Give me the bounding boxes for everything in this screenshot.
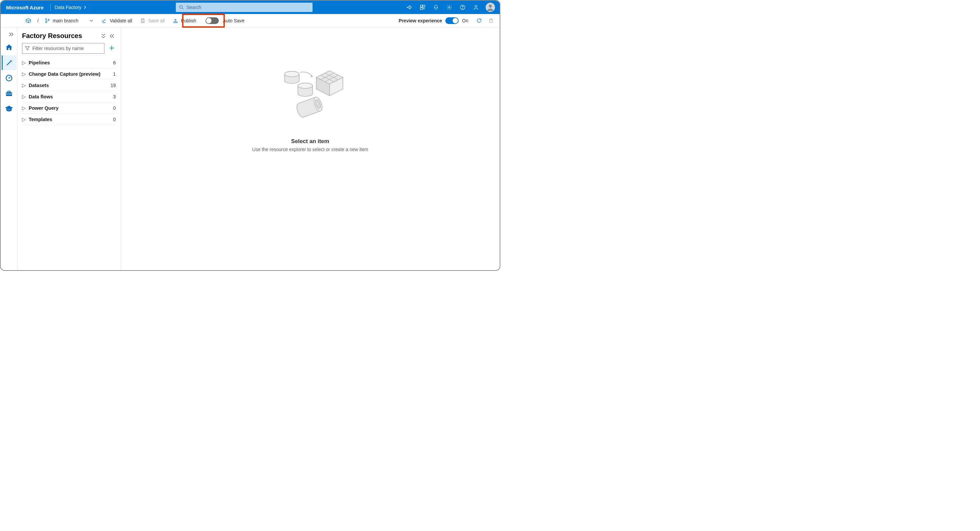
svg-rect-3: [423, 5, 425, 7]
checkmark-all-icon: [101, 18, 107, 23]
double-chevron-down-icon: [102, 34, 105, 38]
filter-resources-input[interactable]: [32, 46, 102, 51]
svg-point-9: [488, 5, 492, 8]
help-icon[interactable]: [456, 1, 469, 14]
home-icon: [5, 43, 13, 51]
tree-node-count: 1: [113, 72, 116, 77]
tree-node-count: 0: [113, 117, 116, 122]
feedback-icon[interactable]: [470, 1, 482, 14]
tree-node-dataflows[interactable]: ▷ Data flows 3: [22, 91, 116, 102]
autosave-control[interactable]: Auto Save: [201, 16, 248, 25]
refresh-icon: [476, 17, 482, 23]
validate-all-button[interactable]: Validate all: [98, 17, 135, 25]
empty-state: Select an item Use the resource explorer…: [252, 67, 368, 152]
publish-label: Publish: [181, 18, 196, 23]
preview-toggle-state: On: [462, 18, 468, 23]
save-all-icon: [140, 18, 145, 23]
chevron-right-icon: ▷: [22, 94, 27, 99]
azure-brand[interactable]: Microsoft Azure: [6, 5, 48, 10]
header-divider: [50, 4, 51, 11]
preview-experience-toggle[interactable]: [445, 17, 459, 24]
save-all-label: Save all: [148, 18, 165, 23]
left-navigation-rail: [1, 27, 18, 270]
tree-node-pipelines[interactable]: ▷ Pipelines 6: [22, 57, 116, 68]
plus-icon: [109, 45, 115, 51]
svg-point-19: [8, 77, 10, 79]
branch-name: main branch: [53, 18, 78, 23]
tree-node-datasets[interactable]: ▷ Datasets 19: [22, 80, 116, 91]
svg-point-5: [449, 7, 450, 8]
tree-node-templates[interactable]: ▷ Templates 0: [22, 114, 116, 125]
save-all-button[interactable]: Save all: [137, 17, 168, 25]
breadcrumb-separator: /: [36, 18, 40, 23]
directory-switch-icon[interactable]: [416, 1, 429, 14]
tree-node-count: 19: [110, 83, 116, 88]
svg-rect-4: [420, 8, 422, 10]
breadcrumb-service[interactable]: Data Factory: [53, 5, 89, 10]
filter-icon: [25, 46, 30, 51]
autosave-toggle[interactable]: [205, 17, 219, 24]
settings-icon[interactable]: [443, 1, 456, 14]
global-search[interactable]: [176, 3, 313, 12]
chevron-right-icon: ▷: [22, 105, 27, 111]
tree-node-count: 3: [113, 94, 116, 99]
tree-node-label: Datasets: [29, 83, 110, 88]
tree-node-cdc[interactable]: ▷ Change Data Capture (preview) 1: [22, 68, 116, 80]
repository-button[interactable]: [22, 16, 35, 25]
notifications-icon[interactable]: [430, 1, 442, 14]
empty-state-subtitle: Use the resource explorer to select or c…: [252, 147, 368, 152]
chevron-right-icon: ▷: [22, 83, 27, 88]
nav-manage[interactable]: [2, 86, 16, 101]
trash-icon: [488, 18, 494, 23]
filter-resources-input-wrap[interactable]: [22, 43, 104, 54]
publish-button[interactable]: Publish: [169, 17, 199, 25]
branch-selector[interactable]: main branch: [41, 17, 96, 25]
svg-point-24: [285, 72, 299, 77]
nav-home[interactable]: [2, 40, 16, 55]
tree-node-label: Change Data Capture (preview): [29, 72, 113, 77]
refresh-button[interactable]: [474, 17, 484, 23]
authoring-canvas: Select an item Use the resource explorer…: [121, 27, 500, 270]
azure-top-header: Microsoft Azure Data Factory: [1, 1, 500, 14]
preview-experience-label: Preview experience: [399, 18, 442, 23]
chevron-down-icon: [90, 19, 93, 22]
svg-rect-21: [8, 91, 10, 92]
user-avatar[interactable]: [486, 3, 495, 12]
tree-node-label: Data flows: [29, 94, 113, 99]
svg-point-26: [298, 83, 313, 88]
factory-resources-panel: Factory Resources ▷ Pipelines 6: [18, 27, 121, 270]
delete-button[interactable]: [487, 18, 495, 23]
svg-line-1: [182, 8, 183, 10]
nav-monitor[interactable]: [2, 71, 16, 85]
add-resource-button[interactable]: [108, 44, 116, 53]
expand-all-button[interactable]: [100, 32, 107, 40]
svg-point-0: [180, 5, 183, 8]
svg-rect-2: [420, 5, 422, 7]
chevron-right-icon: ▷: [22, 72, 27, 77]
global-search-input[interactable]: [186, 5, 309, 10]
git-branch-icon: [45, 18, 50, 23]
svg-rect-14: [142, 19, 144, 20]
expand-rail-button[interactable]: [2, 29, 16, 39]
collapse-panel-button[interactable]: [108, 32, 116, 40]
announcement-icon[interactable]: [403, 1, 415, 14]
empty-state-title: Select an item: [252, 138, 368, 145]
box-icon: [25, 17, 31, 24]
header-utility-icons: [403, 1, 482, 14]
pencil-icon: [6, 59, 13, 66]
double-chevron-left-icon: [110, 34, 115, 38]
tree-node-label: Templates: [29, 117, 113, 122]
double-chevron-right-icon: [9, 32, 14, 37]
search-icon: [179, 5, 184, 10]
publish-icon: [173, 18, 178, 23]
tree-node-powerquery[interactable]: ▷ Power Query 0: [22, 102, 116, 114]
tree-node-label: Pipelines: [29, 60, 113, 65]
resource-tree: ▷ Pipelines 6 ▷ Change Data Capture (pre…: [18, 57, 121, 125]
svg-rect-16: [174, 22, 177, 23]
empty-state-illustration: [252, 67, 368, 132]
chevron-right-icon: ▷: [22, 60, 27, 65]
svg-rect-15: [142, 21, 144, 22]
nav-learn[interactable]: [2, 102, 16, 116]
svg-point-8: [475, 5, 477, 7]
nav-author[interactable]: [2, 56, 16, 70]
